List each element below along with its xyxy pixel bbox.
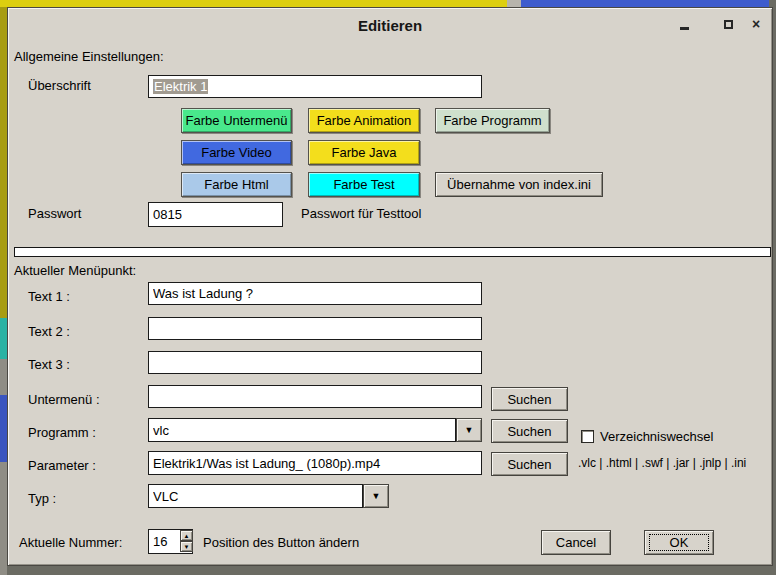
- programm-label: Programm :: [28, 425, 96, 441]
- close-button[interactable]: ×: [748, 16, 764, 32]
- spin-up-icon: ▲: [184, 533, 190, 539]
- farbe-video-button[interactable]: Farbe Video: [181, 140, 292, 165]
- passwort-input[interactable]: [148, 202, 283, 227]
- nummer-spin-up-button[interactable]: ▲: [180, 530, 193, 541]
- left-strip-bottom-segment: [0, 462, 7, 575]
- left-strip-blue-segment: [0, 395, 7, 462]
- farbe-untermenu-button[interactable]: Farbe Untermenü: [181, 108, 292, 133]
- untermenu-suchen-button[interactable]: Suchen: [491, 387, 568, 411]
- minimize-button[interactable]: [676, 16, 692, 32]
- text1-input[interactable]: [148, 282, 482, 305]
- left-strip-olive-segment: [0, 7, 7, 318]
- farbe-test-button[interactable]: Farbe Test: [308, 172, 420, 197]
- farbe-programm-button[interactable]: Farbe Programm: [435, 108, 550, 133]
- nummer-label: Aktuelle Nummer:: [19, 535, 122, 551]
- screen: Editieren × Allgemeine Einstellungen: Üb…: [0, 0, 776, 575]
- text3-input[interactable]: [148, 351, 482, 374]
- programm-dropdown-button[interactable]: ▼: [456, 418, 482, 442]
- dropdown-arrow-icon: ▼: [372, 492, 381, 501]
- background-window-blue[interactable]: [521, 0, 769, 7]
- dropdown-arrow-icon: ▼: [465, 426, 474, 435]
- nummer-value: 16: [149, 534, 167, 549]
- cancel-button[interactable]: Cancel: [541, 530, 611, 555]
- ueberschrift-selected-text: Elektrik 1: [153, 79, 208, 94]
- ueberschrift-label: Überschrift: [28, 78, 91, 94]
- verzeichniswechsel-checkbox[interactable]: [581, 430, 594, 443]
- parameter-suchen-button[interactable]: Suchen: [491, 452, 568, 476]
- typ-combobox[interactable]: [148, 484, 363, 508]
- parameter-input[interactable]: [148, 451, 482, 475]
- typ-dropdown-button[interactable]: ▼: [363, 484, 389, 508]
- passwort-label: Passwort: [28, 206, 81, 222]
- editieren-dialog: Editieren × Allgemeine Einstellungen: Üb…: [7, 7, 773, 566]
- background-window-left-strip[interactable]: [0, 7, 7, 575]
- parameter-label: Parameter :: [28, 458, 96, 474]
- maximize-icon: [724, 20, 733, 29]
- background-window-gap: [507, 0, 521, 7]
- uebernahme-index-ini-button[interactable]: Übernahme von index.ini: [435, 172, 603, 197]
- ok-button[interactable]: OK: [644, 530, 714, 555]
- extensions-hint: .vlc | .html | .swf | .jar | .jnlp | .in…: [578, 455, 746, 471]
- nummer-spin-down-button[interactable]: ▼: [180, 541, 193, 552]
- spin-down-icon: ▼: [184, 544, 190, 550]
- general-section-label: Allgemeine Einstellungen:: [14, 49, 164, 65]
- left-strip-gray-segment: [0, 359, 7, 395]
- dialog-title: Editieren: [8, 17, 772, 34]
- left-strip-teal-segment: [0, 318, 7, 359]
- nummer-hint: Position des Button ändern: [203, 535, 359, 551]
- maximize-button[interactable]: [720, 16, 736, 32]
- programm-suchen-button[interactable]: Suchen: [491, 419, 568, 443]
- menu-section-label: Aktueller Menüpunkt:: [14, 263, 136, 279]
- text2-input[interactable]: [148, 317, 482, 340]
- untermenu-label: Untermenü :: [28, 392, 100, 408]
- untermenu-input[interactable]: [148, 385, 482, 408]
- farbe-java-button[interactable]: Farbe Java: [308, 140, 420, 165]
- farbe-html-button[interactable]: Farbe Html: [181, 172, 292, 197]
- text2-label: Text 2 :: [28, 324, 70, 340]
- text3-label: Text 3 :: [28, 357, 70, 373]
- minimize-icon: [680, 27, 689, 30]
- typ-label: Typ :: [28, 491, 56, 507]
- verzeichniswechsel-label: Verzeichniswechsel: [600, 429, 713, 445]
- text1-label: Text 1 :: [28, 289, 70, 305]
- background-window-yellow[interactable]: [0, 0, 507, 7]
- separator-bar: [14, 247, 771, 257]
- programm-combobox[interactable]: [148, 418, 456, 442]
- ueberschrift-input[interactable]: Elektrik 1: [148, 75, 482, 98]
- close-icon: ×: [752, 17, 760, 31]
- passwort-hint: Passwort für Testtool: [301, 206, 421, 222]
- farbe-animation-button[interactable]: Farbe Animation: [308, 108, 420, 133]
- titlebar[interactable]: Editieren ×: [8, 8, 772, 42]
